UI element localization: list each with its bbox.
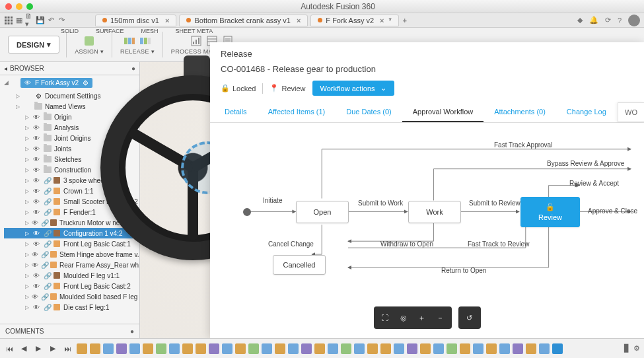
panel-tab[interactable]: Details xyxy=(214,102,258,122)
ribbon-tab[interactable]: MESH xyxy=(141,28,159,34)
timeline-feature-icon[interactable] xyxy=(539,343,550,354)
workflow-node-review[interactable]: 🔓 Review xyxy=(520,197,580,227)
timeline-feature-icon[interactable] xyxy=(420,343,431,354)
tree-row[interactable]: ▷👁🔗Moulded F leg v1:1 xyxy=(4,270,139,281)
visibility-icon[interactable]: 👁 xyxy=(33,240,41,248)
apps-grid-icon[interactable] xyxy=(4,16,13,25)
expand-icon[interactable]: ▷ xyxy=(25,252,29,258)
tree-row[interactable]: ▷👁🔗Die cast F leg:1 xyxy=(4,302,139,312)
zoom-in-icon[interactable]: ＋ xyxy=(413,309,431,326)
panel-tab[interactable]: Affected Items (1) xyxy=(258,102,336,122)
expand-icon[interactable]: ▷ xyxy=(25,146,30,152)
timeline-feature-icon[interactable] xyxy=(262,343,272,354)
timeline-feature-icon[interactable] xyxy=(473,343,483,354)
timeline-feature-icon[interactable] xyxy=(103,343,114,354)
panel-tab[interactable]: Approval Workflow xyxy=(402,102,484,122)
comments-settings-icon[interactable]: ● xyxy=(130,328,134,335)
timeline-play-icon[interactable]: ▶ xyxy=(33,343,44,354)
help-icon[interactable]: ? xyxy=(618,17,622,24)
visibility-icon[interactable]: 👁 xyxy=(33,166,41,174)
redo-icon[interactable]: ↷ xyxy=(57,16,66,25)
panel-tab[interactable]: Attachments (0) xyxy=(483,102,556,122)
expand-icon[interactable]: ▷ xyxy=(25,188,30,194)
timeline-feature-icon[interactable] xyxy=(275,343,285,354)
expand-icon[interactable]: ▷ xyxy=(25,157,30,162)
tree-expand-icon[interactable]: ◢ xyxy=(0,79,9,86)
visibility-icon[interactable]: 👁 xyxy=(33,230,41,237)
expand-icon[interactable]: ▷ xyxy=(25,199,30,205)
timeline-feature-icon[interactable] xyxy=(143,343,153,354)
history-icon[interactable]: ↺ xyxy=(461,309,478,326)
expand-icon[interactable]: ▷ xyxy=(16,93,21,99)
visibility-icon[interactable]: 👁 xyxy=(33,114,41,121)
timeline-feature-icon[interactable] xyxy=(328,343,338,354)
expand-icon[interactable]: ▷ xyxy=(25,262,29,268)
timeline-feature-icon[interactable] xyxy=(235,343,246,354)
center-icon[interactable]: ◎ xyxy=(395,309,412,326)
timeline-prev-icon[interactable]: ◀ xyxy=(18,343,29,354)
user-avatar-icon[interactable] xyxy=(628,15,640,26)
visibility-icon[interactable]: 👁 xyxy=(33,135,41,142)
browser-header[interactable]: ◂ BROWSER ● xyxy=(0,62,139,75)
doc-tab[interactable]: 150mm disc v1× xyxy=(95,15,176,26)
timeline-feature-icon[interactable] xyxy=(116,343,127,354)
timeline-feature-icon[interactable] xyxy=(209,343,219,354)
timeline-feature-icon[interactable] xyxy=(341,343,351,354)
timeline-features[interactable] xyxy=(77,343,620,354)
visibility-icon[interactable]: 👁 xyxy=(32,251,38,258)
collapse-icon[interactable]: ◂ xyxy=(4,65,7,72)
ribbon-tab[interactable]: SOLID xyxy=(61,28,79,34)
timeline-settings-icon[interactable]: ⚙ xyxy=(633,344,640,353)
tab-overflow[interactable]: WO xyxy=(618,102,644,122)
timeline-feature-icon[interactable] xyxy=(156,343,166,354)
window-zoom-icon[interactable] xyxy=(26,3,33,10)
visibility-icon[interactable]: 👁 xyxy=(32,262,38,269)
workspace-picker[interactable]: DESIGN ▾ xyxy=(8,36,59,54)
doc-tab[interactable]: F Fork Assy v2× xyxy=(310,15,398,26)
ribbon-tab[interactable]: SHEET META xyxy=(176,28,213,34)
window-minimize-icon[interactable] xyxy=(16,3,22,10)
expand-icon[interactable]: ▷ xyxy=(25,283,30,289)
comments-header[interactable]: COMMENTS ● xyxy=(0,324,139,338)
timeline-feature-icon[interactable] xyxy=(222,343,233,354)
file-menu-icon[interactable]: 🗎▾ xyxy=(25,16,34,25)
workflow-node-work[interactable]: Work xyxy=(408,201,461,223)
doc-tab[interactable]: Bottom Bracket crank assy v1× xyxy=(179,15,308,26)
visibility-icon[interactable]: 👁 xyxy=(24,79,31,87)
timeline-feature-icon[interactable] xyxy=(314,343,325,354)
extensions-icon[interactable]: ◆ xyxy=(577,16,583,24)
timeline-next-icon[interactable]: ▶ xyxy=(48,343,58,354)
timeline-feature-icon[interactable] xyxy=(169,343,180,354)
timeline-feature-icon[interactable] xyxy=(447,343,457,354)
visibility-icon[interactable]: 👁 xyxy=(32,219,38,227)
expand-icon[interactable]: ▷ xyxy=(25,125,30,131)
visibility-icon[interactable]: 👁 xyxy=(33,209,41,216)
timeline-feature-icon[interactable] xyxy=(380,343,391,354)
timeline-feature-icon[interactable] xyxy=(433,343,444,354)
timeline-marker-icon[interactable]: ▊ xyxy=(624,344,629,353)
visibility-icon[interactable]: 👁 xyxy=(33,272,41,279)
close-icon[interactable]: × xyxy=(297,17,301,24)
close-icon[interactable]: × xyxy=(165,17,169,24)
panel-tab[interactable]: Change Log xyxy=(556,102,617,122)
tree-row[interactable]: ▷👁🔗Rear Frame Assy_Rear wh... xyxy=(4,260,139,270)
timeline-feature-icon[interactable] xyxy=(407,343,417,354)
timeline-feature-icon[interactable] xyxy=(499,343,510,354)
workflow-node-open[interactable]: Open xyxy=(296,201,349,223)
timeline-feature-icon[interactable] xyxy=(354,343,365,354)
visibility-icon[interactable]: 👁 xyxy=(33,283,41,290)
timeline-feature-icon[interactable] xyxy=(513,343,523,354)
timeline-feature-icon[interactable] xyxy=(486,343,497,354)
timeline-feature-icon[interactable] xyxy=(90,343,100,354)
ribbon-tabs[interactable]: SOLIDSURFACEMESHSHEET META xyxy=(61,28,213,34)
workflow-actions-button[interactable]: Workflow actions ⌄ xyxy=(312,81,394,96)
visibility-icon[interactable]: 👁 xyxy=(33,304,41,311)
timeline-feature-icon[interactable] xyxy=(301,343,312,354)
browser-settings-icon[interactable]: ● xyxy=(131,65,135,72)
data-panel-icon[interactable]: ▦ xyxy=(15,16,24,25)
expand-icon[interactable]: ▷ xyxy=(25,304,30,310)
new-tab-icon[interactable]: + xyxy=(400,16,410,25)
expand-icon[interactable]: ▷ xyxy=(25,241,30,247)
timeline-feature-icon[interactable] xyxy=(367,343,378,354)
zoom-out-icon[interactable]: － xyxy=(432,309,449,326)
